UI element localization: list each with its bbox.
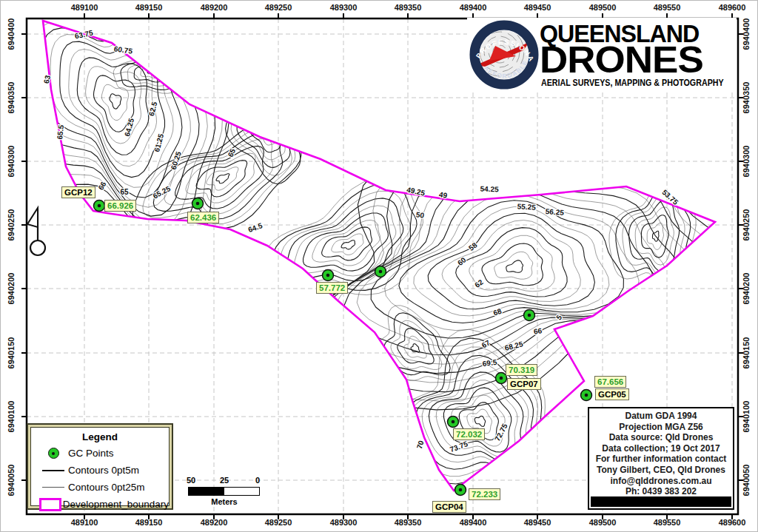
svg-text:65: 65: [226, 147, 237, 158]
axis-label-northing-right: 6940200: [742, 273, 751, 305]
svg-text:56.25: 56.25: [545, 207, 564, 217]
gcp-name-label: GCP07: [507, 378, 541, 390]
axis-label-easting-bottom: 489100: [71, 518, 98, 527]
axis-label-easting-top: 489250: [265, 3, 292, 12]
svg-text:65: 65: [120, 188, 129, 196]
axis-label-northing-right: 6940400: [742, 18, 751, 50]
axis-label-easting-bottom: 489450: [524, 518, 551, 527]
axis-label-easting-bottom: 489550: [654, 518, 681, 527]
legend-item-label: Development_boundary: [63, 499, 169, 510]
axis-label-easting-top: 489450: [524, 3, 551, 12]
svg-text:50: 50: [415, 210, 425, 220]
axis-label-northing-right: 6940250: [742, 209, 751, 241]
svg-text:70: 70: [415, 440, 426, 450]
gcp-name-label: GCP12: [61, 186, 95, 198]
svg-text:69.5: 69.5: [482, 358, 497, 368]
legend-item-contours-0pt25m: Contours 0pt25m: [31, 479, 169, 496]
legend-inner: Legend GC PointsContours 0pt5mContours 0…: [30, 427, 170, 506]
axis-label-easting-bottom: 489350: [395, 518, 422, 527]
info-line: Data source: Qld Drones: [589, 432, 733, 443]
svg-text:65.25: 65.25: [152, 184, 172, 201]
info-box-black-bar: [591, 496, 731, 507]
gcp-elevation-label: 72.233: [469, 488, 500, 500]
axis-label-northing-left: 6940300: [7, 146, 16, 178]
gcp-elevation-label: 62.436: [187, 212, 219, 223]
info-line: Ph: 0439 383 202: [589, 486, 733, 497]
gcp-elevation-label: 70.319: [506, 364, 537, 376]
svg-text:65.5: 65.5: [56, 124, 65, 140]
svg-text:63.75: 63.75: [74, 29, 94, 41]
axis-label-easting-bottom: 489250: [265, 518, 292, 527]
svg-text:73.75: 73.75: [449, 440, 469, 454]
legend-box: Legend GC PointsContours 0pt5mContours 0…: [27, 423, 173, 510]
axis-label-northing-right: 6940100: [742, 401, 751, 433]
north-arrow-icon: [27, 208, 45, 255]
axis-label-northing-right: 6940300: [742, 146, 751, 178]
info-line: info@qlddrones.com.au: [589, 476, 733, 487]
axis-label-easting-bottom: 489300: [330, 518, 358, 527]
info-line: Datum GDA 1994: [589, 411, 733, 422]
axis-label-easting-top: 489300: [330, 3, 358, 12]
gcp-elevation-label: 66.926: [104, 200, 136, 212]
legend-item-label: GC Points: [68, 448, 114, 459]
axis-label-easting-top: 489350: [395, 3, 422, 12]
axis-label-northing-left: 6940250: [7, 209, 16, 241]
logo-badge: PROFESSIONAL AFFORDABLE: [467, 18, 541, 92]
axis-label-easting-bottom: 489150: [135, 518, 163, 527]
info-line: For further information contact: [589, 454, 733, 465]
axis-label-northing-right: 6940050: [742, 465, 751, 496]
axis-label-easting-top: 489150: [135, 3, 163, 12]
legend-title: Legend: [31, 431, 169, 442]
axis-label-northing-right: 6940350: [742, 82, 751, 114]
scale-bar-tick-label: 25: [220, 476, 229, 485]
company-logo: PROFESSIONAL AFFORDABLE QUEENSLAND DRONE…: [467, 18, 737, 92]
svg-text:54.25: 54.25: [480, 185, 499, 194]
svg-text:72.75: 72.75: [493, 422, 509, 442]
info-line: Tony Gilbert, CEO, Qld Drones: [589, 465, 733, 476]
scale-bar-graphic: [188, 487, 260, 496]
svg-text:55.25: 55.25: [517, 202, 536, 212]
legend-item-development-boundary: Development_boundary: [31, 496, 169, 513]
axis-label-easting-top: 489550: [654, 3, 681, 12]
legend-item-label: Contours 0pt5m: [68, 465, 139, 476]
scale-bar-tick-label: 50: [187, 476, 195, 485]
axis-label-easting-bottom: 489400: [460, 518, 487, 527]
axis-label-easting-bottom: 489600: [719, 518, 746, 527]
axis-label-easting-top: 489500: [589, 3, 617, 12]
svg-text:66: 66: [96, 180, 107, 192]
axis-label-northing-left: 6940400: [7, 18, 16, 50]
map-page: 6363.7560.7565.56665.256564.2562.561.256…: [0, 0, 758, 532]
map-info-box: Datum GDA 1994Projection MGA Z56Data sou…: [588, 407, 734, 510]
legend-symbol-bound: [39, 498, 61, 511]
logo-tagline: AERIAL SURVEYS, MAPPING & PHOTOGRAPHY: [541, 78, 724, 87]
svg-text:49.25: 49.25: [406, 186, 426, 198]
logo-line2: DRONES: [540, 38, 734, 81]
svg-text:64.25: 64.25: [123, 117, 135, 137]
axis-label-easting-bottom: 489200: [201, 518, 228, 527]
gcp-elevation-label: 67.656: [594, 376, 626, 388]
axis-label-easting-top: 489100: [71, 3, 98, 12]
svg-text:60.75: 60.75: [113, 44, 133, 55]
gcp-name-label: GCP04: [432, 501, 466, 513]
info-line: Projection MGA Z56: [589, 422, 733, 433]
svg-text:61.25: 61.25: [152, 132, 165, 152]
scale-bar-tick-label: 0: [255, 476, 260, 485]
svg-text:60: 60: [456, 255, 468, 267]
legend-symbol-gcp: [48, 448, 59, 459]
legend-item-label: Contours 0pt25m: [68, 482, 145, 493]
gcp-elevation-label: 72.032: [453, 428, 485, 440]
axis-label-northing-left: 6940200: [7, 273, 16, 305]
axis-label-northing-left: 6940150: [7, 337, 16, 369]
legend-symbol-thin: [42, 487, 64, 488]
axis-label-northing-right: 6940150: [742, 337, 751, 369]
axis-label-easting-top: 489600: [719, 3, 746, 12]
info-line: Data collection; 19 Oct 2017: [589, 443, 733, 454]
axis-label-northing-left: 6940100: [7, 401, 16, 433]
gcp-name-label: GCP05: [595, 388, 629, 400]
scale-bar: 50250 Meters: [183, 476, 266, 508]
axis-label-northing-left: 6940050: [7, 465, 16, 496]
legend-item-gc-points: GC Points: [31, 445, 169, 462]
legend-item-contours-0pt5m: Contours 0pt5m: [31, 462, 169, 479]
svg-text:66: 66: [533, 326, 543, 336]
axis-label-easting-bottom: 489500: [589, 518, 617, 527]
